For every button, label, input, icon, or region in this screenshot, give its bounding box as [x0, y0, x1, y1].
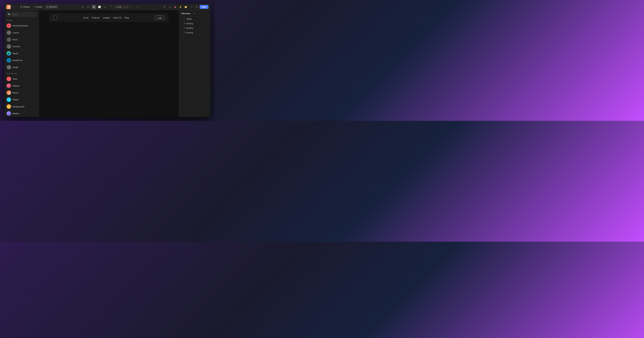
toolbar: ▾ ⚙ Settings ⊃ Pseudo ⊞ Elements ↺ ••• 🖥… — [4, 4, 210, 10]
sidebar-item-buttons[interactable]: Buttons › — [4, 82, 39, 89]
media-label: Media — [12, 52, 34, 55]
pink-button[interactable]: ◉ — [173, 5, 177, 9]
divider-1 — [17, 5, 17, 9]
sidebar-item-medias[interactable]: Medias › — [4, 110, 39, 117]
settings-right-button[interactable]: ⊙ — [168, 5, 172, 9]
sidebar-item-wordpress[interactable]: W WordPress › — [4, 57, 39, 64]
structure-heading-2[interactable]: T Heading — [179, 26, 210, 30]
nav-link-blog[interactable]: Blog — [125, 17, 129, 19]
block-checkbox[interactable] — [184, 18, 186, 20]
sidebar-item-backgrounds[interactable]: Backgrounds › — [4, 103, 39, 110]
increase-width-button[interactable]: + — [136, 5, 140, 9]
logo-dropdown-arrow[interactable]: ▾ — [12, 5, 15, 9]
sidebar-item-cursors[interactable]: Cursors › — [4, 117, 39, 117]
structure-heading-1[interactable]: T Heading — [179, 21, 210, 26]
eye-button[interactable]: 👁 — [194, 5, 199, 9]
general-icon — [6, 44, 11, 49]
panel-download-icon[interactable]: ↓ — [196, 12, 200, 15]
structure-block[interactable]: ⌄ Block — [179, 17, 210, 21]
wordpress-arrow: › — [36, 59, 37, 61]
panel-save-icon[interactable]: □ — [200, 12, 204, 15]
elements-icon: ⊞ — [46, 6, 48, 8]
sliders-label: Sliders — [12, 99, 34, 101]
texts-arrow: › — [36, 78, 37, 80]
search-box[interactable]: 🔍 — [6, 12, 37, 17]
main-content: 🔍 Bricks ★ Pinned Elements › Layout › Ba… — [4, 10, 210, 117]
pseudo-button[interactable]: ⊃ Pseudo — [32, 5, 44, 9]
nav-bar: ⊗ Home Features Insights About Us Blog L… — [49, 13, 169, 22]
heading-label-1: Heading — [186, 23, 193, 25]
sliders-arrow: › — [36, 99, 37, 101]
search-input[interactable] — [12, 13, 36, 16]
dark-circle-button[interactable]: ⊘ — [162, 5, 167, 9]
structure-heading-3[interactable]: T Heading — [179, 30, 210, 35]
pinned-arrow: › — [36, 25, 37, 27]
pinned-label: Pinned Elements — [12, 25, 34, 27]
panel-actions: ⊞ ↓ □ ↗ — [192, 12, 208, 15]
backgrounds-label: Backgrounds — [12, 105, 34, 108]
basic-label: Basic — [12, 38, 34, 41]
toolbar-center: ↺ ••• 🖥 ⬜ ▭ 📱 W 1126 H — − + — [60, 5, 161, 9]
buttons-icon — [6, 84, 11, 88]
lightning-button[interactable]: ⚡ — [178, 5, 183, 9]
more-button[interactable]: ••• — [86, 5, 90, 9]
frame-button[interactable]: ⬜ — [97, 5, 102, 9]
logo-icon[interactable] — [6, 5, 11, 9]
basic-arrow: › — [36, 39, 37, 41]
medias-arrow: › — [36, 113, 37, 114]
panel-grid-icon[interactable]: ⊞ — [192, 12, 196, 15]
heading-label-2: Heading — [186, 27, 193, 29]
backgrounds-icon — [6, 104, 11, 109]
external-button[interactable]: ↗ — [189, 5, 194, 9]
nav-login-button[interactable]: Login — [154, 16, 165, 20]
settings-button[interactable]: ⚙ Settings — [19, 5, 31, 9]
heading-type-icon-1: T — [184, 22, 185, 25]
undo-button[interactable]: ↺ — [80, 5, 85, 9]
folder-button[interactable]: 📁 — [184, 5, 188, 9]
bricks-section-label: Bricks — [4, 19, 39, 22]
decrease-width-button[interactable]: − — [130, 5, 134, 9]
elements-button[interactable]: ⊞ Elements — [45, 5, 58, 9]
settings-icon: ⚙ — [20, 6, 22, 8]
sidebar-item-menus[interactable]: Menus › — [4, 89, 39, 96]
block-label: Block — [187, 18, 192, 20]
menus-icon — [6, 91, 11, 95]
sidebar-item-general[interactable]: General › — [4, 43, 39, 50]
pinned-icon: ★ — [6, 24, 11, 28]
sidebar-item-media[interactable]: ▶ Media › — [4, 50, 39, 57]
media-icon: ▶ — [6, 51, 11, 56]
single-arrow: › — [36, 66, 37, 68]
media-arrow: › — [36, 52, 37, 54]
heading-type-icon-3: T — [184, 32, 185, 34]
canvas: ⊗ Home Features Insights About Us Blog L… — [39, 10, 179, 117]
app-window: ▾ ⚙ Settings ⊃ Pseudo ⊞ Elements ↺ ••• 🖥… — [4, 4, 210, 117]
single-icon — [6, 65, 11, 69]
nav-link-about[interactable]: About Us — [113, 17, 122, 19]
medias-label: Medias — [12, 112, 34, 115]
sidebar-item-single[interactable]: Single › — [4, 64, 39, 71]
mobile-button[interactable]: 📱 — [108, 5, 113, 9]
panel-expand-icon[interactable]: ↗ — [205, 12, 208, 15]
menus-arrow: › — [36, 92, 37, 94]
pseudo-icon: ⊃ — [34, 6, 35, 8]
desktop-view-button[interactable]: 🖥 — [92, 5, 96, 9]
nav-link-insights[interactable]: Insights — [103, 17, 110, 19]
sidebar-item-texts[interactable]: Texts › — [4, 75, 39, 82]
sliders-icon — [6, 97, 11, 102]
nav-logo: ⊗ — [53, 16, 58, 20]
sidebar-item-basic[interactable]: Basic › — [4, 36, 39, 43]
menus-label: Menus — [12, 92, 34, 94]
tablet-button[interactable]: ▭ — [103, 5, 108, 9]
right-panel: Structure ⊞ ↓ □ ↗ ⌄ Block T Heading T He… — [179, 10, 210, 117]
sidebar-item-layout[interactable]: Layout › — [4, 29, 39, 36]
sidebar-item-pinned[interactable]: ★ Pinned Elements › — [4, 22, 39, 29]
nav-link-home[interactable]: Home — [83, 17, 89, 19]
wordpress-label: WordPress — [12, 59, 34, 62]
sidebar-item-sliders[interactable]: Sliders › — [4, 96, 39, 103]
heading-label-3: Heading — [186, 32, 193, 34]
texts-label: Texts — [12, 78, 34, 80]
nav-link-features[interactable]: Features — [92, 17, 100, 19]
nav-links: Home Features Insights About Us Blog — [60, 17, 152, 19]
height-display: H — — [123, 6, 129, 8]
save-button[interactable]: Save — [200, 5, 208, 9]
